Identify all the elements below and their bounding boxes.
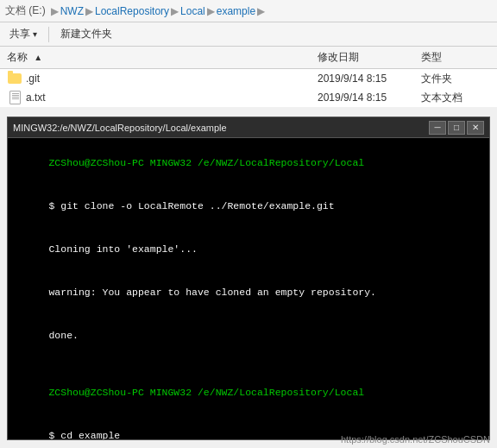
file-type-git: 文件夹 (421, 70, 490, 88)
terminal-line: warning: You appear to have cloned an em… (13, 271, 484, 314)
breadcrumb-nwz[interactable]: NWZ (60, 5, 84, 17)
terminal-titlebar: MINGW32:/e/NWZ/LocalRepository/Local/exa… (8, 117, 489, 138)
share-button[interactable]: 共享 ▾ (3, 24, 43, 44)
breadcrumb: 文档 (E:) ▶ NWZ ▶ LocalRepository ▶ Local … (0, 0, 497, 22)
terminal-line: ZCShou@ZCShou-PC MINGW32 /e/NWZ/LocalRep… (13, 142, 484, 185)
terminal-body[interactable]: ZCShou@ZCShou-PC MINGW32 /e/NWZ/LocalRep… (8, 138, 489, 439)
folder-icon (7, 72, 22, 85)
new-folder-label: 新建文件夹 (60, 27, 112, 41)
file-list: .git 2019/9/14 8:15 文件夹 a.txt 2019/9/14 … (0, 69, 497, 107)
file-explorer: 文档 (E:) ▶ NWZ ▶ LocalRepository ▶ Local … (0, 0, 497, 107)
col-date-header: 修改日期 (318, 48, 421, 66)
close-button[interactable]: ✕ (467, 121, 484, 135)
terminal-line: done. (13, 314, 484, 357)
terminal-line (13, 357, 484, 372)
table-row[interactable]: a.txt 2019/9/14 8:15 文本文档 (0, 88, 497, 107)
file-date-git: 2019/9/14 8:15 (318, 71, 421, 86)
share-dropdown-icon: ▾ (33, 29, 37, 39)
terminal-line: Cloning into 'example'... (13, 228, 484, 271)
file-name-atxt: a.txt (7, 89, 318, 106)
terminal-title: MINGW32:/e/NWZ/LocalRepository/Local/exa… (13, 123, 227, 133)
breadcrumb-local[interactable]: Local (180, 5, 205, 17)
file-date-atxt: 2019/9/14 8:15 (318, 90, 421, 105)
watermark: https://blog.csdn.net/ZCShouCSDN (341, 434, 490, 445)
toolbar: 共享 ▾ 新建文件夹 (0, 22, 497, 47)
share-label: 共享 (9, 27, 30, 41)
terminal-line: ZCShou@ZCShou-PC MINGW32 /e/NWZ/LocalRep… (13, 372, 484, 415)
file-doc-icon (7, 91, 22, 104)
table-row[interactable]: .git 2019/9/14 8:15 文件夹 (0, 69, 497, 88)
file-type-atxt: 文本文档 (421, 89, 490, 107)
breadcrumb-localrepo[interactable]: LocalRepository (95, 5, 169, 17)
terminal-window: MINGW32:/e/NWZ/LocalRepository/Local/exa… (7, 117, 490, 440)
minimize-button[interactable]: ─ (429, 121, 446, 135)
breadcrumb-drive: 文档 (E:) (5, 3, 46, 18)
new-folder-button[interactable]: 新建文件夹 (54, 24, 118, 44)
toolbar-separator (48, 27, 49, 42)
file-name-git: .git (7, 70, 318, 87)
col-type-header: 类型 (421, 48, 490, 66)
terminal-line: $ git clone -o LocalRemote ../Remote/exa… (13, 185, 484, 228)
breadcrumb-example[interactable]: example (217, 5, 255, 17)
file-table-header: 名称 ▲ 修改日期 类型 (0, 47, 497, 69)
col-name-header: 名称 ▲ (7, 48, 318, 66)
terminal-controls: ─ □ ✕ (429, 121, 484, 135)
maximize-button[interactable]: □ (448, 121, 465, 135)
